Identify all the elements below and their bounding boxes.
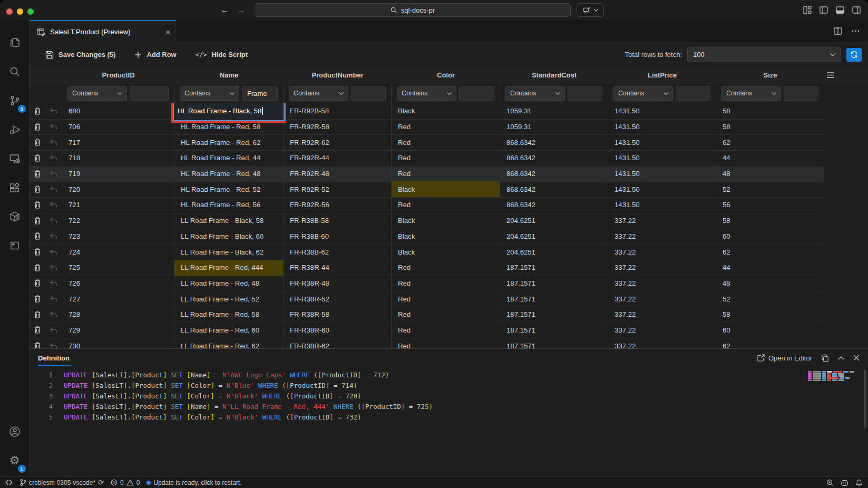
cell-productid[interactable]: 730 — [62, 338, 174, 348]
cell-productnumber[interactable]: FR-R92R-52 — [284, 181, 392, 198]
delete-row-button[interactable] — [30, 323, 45, 339]
remote-indicator[interactable] — [5, 479, 13, 486]
filter-operator-select-listprice[interactable]: Contains — [613, 86, 673, 101]
copilot-status-icon[interactable] — [841, 479, 849, 486]
column-header-size[interactable]: Size — [716, 66, 824, 84]
cell-listprice[interactable]: 1431.50 — [608, 197, 716, 213]
cell-size[interactable]: 44 — [716, 260, 824, 276]
vertical-scrollbar[interactable] — [864, 370, 866, 428]
cell-name[interactable]: LL Road Frame - Black, 58 — [174, 213, 284, 229]
column-header-productid[interactable]: ProductID — [62, 66, 174, 84]
split-editor-icon[interactable] — [834, 27, 842, 35]
cell-productid[interactable]: 724 — [62, 244, 174, 260]
cell-productnumber[interactable]: FR-R92R-58 — [284, 119, 392, 135]
cell-size[interactable]: 60 — [716, 323, 824, 339]
filter-operator-select-name[interactable]: Contains — [180, 86, 239, 101]
cell-color[interactable]: Red — [392, 166, 500, 182]
cell-productid[interactable]: 722 — [62, 213, 174, 229]
cell-productid[interactable]: 723 — [62, 229, 174, 245]
cell-standardcost[interactable]: 204.6251 — [500, 213, 608, 229]
cell-size[interactable]: 48 — [716, 276, 824, 292]
maximize-window-button[interactable] — [27, 8, 34, 15]
cell-color[interactable]: Red — [392, 307, 500, 323]
column-menu-icon[interactable] — [824, 66, 868, 84]
cell-productnumber[interactable]: FR-R92R-62 — [284, 134, 392, 151]
cell-name[interactable]: LL Road Frame - Red, 48 — [174, 276, 284, 292]
add-row-button[interactable]: Add Row — [134, 51, 176, 58]
cell-productid[interactable]: 721 — [62, 197, 174, 213]
toggle-panel-icon[interactable] — [836, 6, 844, 14]
close-panel-icon[interactable] — [853, 355, 860, 361]
cell-productnumber[interactable]: FR-R38B-62 — [284, 244, 392, 260]
cell-listprice[interactable]: 1431.50 — [608, 166, 716, 182]
revert-row-button[interactable] — [45, 213, 62, 229]
cell-size[interactable]: 52 — [716, 181, 824, 198]
cell-productid[interactable]: 680 — [62, 103, 174, 120]
cell-listprice[interactable]: 1431.50 — [608, 119, 716, 135]
delete-row-button[interactable] — [30, 166, 45, 182]
refresh-button[interactable] — [846, 48, 862, 62]
cell-productid[interactable]: 706 — [62, 119, 174, 135]
sql-line[interactable]: 1UPDATE [SalesLT].[Product] SET [Name] =… — [30, 370, 868, 380]
copilot-menu-button[interactable] — [577, 3, 604, 17]
chevron-up-icon[interactable] — [838, 356, 844, 360]
cell-name[interactable]: LL Road Frame - Red, 60 — [174, 323, 284, 339]
delete-row-button[interactable] — [30, 276, 45, 292]
cell-listprice[interactable]: 1431.50 — [608, 150, 716, 167]
delete-row-button[interactable] — [30, 291, 45, 307]
navigate-back-icon[interactable]: ← — [220, 5, 229, 15]
cell-color[interactable]: Black — [392, 244, 500, 260]
cell-standardcost[interactable]: 187.1571 — [500, 323, 608, 339]
search-view-icon[interactable] — [2, 58, 27, 85]
delete-row-button[interactable] — [30, 213, 45, 229]
revert-row-button[interactable] — [45, 260, 62, 276]
delete-row-button[interactable] — [30, 103, 45, 120]
cell-color[interactable]: Red — [392, 119, 500, 135]
delete-row-button[interactable] — [30, 244, 45, 260]
filter-value-input-color[interactable] — [459, 86, 494, 101]
copy-icon[interactable] — [821, 354, 829, 362]
update-ready-status[interactable]: Update is ready, click to restart. — [147, 479, 241, 486]
cell-standardcost[interactable]: 868.6342 — [500, 197, 608, 213]
more-actions-icon[interactable] — [852, 30, 860, 32]
explorer-icon[interactable] — [2, 30, 27, 56]
git-branch-status[interactable]: croblesm-0305-vscode* ⟳ — [19, 479, 104, 486]
cell-name[interactable]: LL Road Frame - Red, 62 — [174, 338, 284, 348]
cell-color[interactable]: Red — [392, 291, 500, 307]
cell-size[interactable]: 52 — [716, 291, 824, 307]
cell-size[interactable]: 60 — [716, 229, 824, 245]
filter-operator-select-productnumber[interactable]: Contains — [289, 86, 348, 101]
cell-listprice[interactable]: 1431.50 — [608, 103, 716, 120]
cell-listprice[interactable]: 1431.50 — [608, 181, 716, 198]
cell-listprice[interactable]: 337.22 — [608, 260, 716, 276]
cell-size[interactable]: 58 — [716, 213, 824, 229]
sql-line[interactable]: 5UPDATE [SalesLT].[Product] SET [Color] … — [30, 412, 868, 423]
cell-name[interactable]: HL Road Frame - Red, 56 — [174, 197, 284, 213]
revert-row-button[interactable] — [45, 150, 62, 167]
cell-standardcost[interactable]: 187.1571 — [500, 338, 608, 348]
cell-productid[interactable]: 728 — [62, 307, 174, 323]
delete-row-button[interactable] — [30, 260, 45, 276]
cell-standardcost[interactable]: 868.6342 — [500, 181, 608, 198]
filter-value-input-listprice[interactable] — [676, 86, 710, 101]
delete-row-button[interactable] — [30, 229, 45, 245]
cell-name[interactable]: LL Road Frame - Black, 60 — [174, 229, 284, 245]
cell-size[interactable]: 58 — [716, 103, 824, 120]
delete-row-button[interactable] — [30, 197, 45, 213]
cell-name[interactable]: HL Road Frame - Red, 62 — [174, 134, 284, 151]
cell-size[interactable]: 58 — [716, 307, 824, 323]
sql-line[interactable]: 4UPDATE [SalesLT].[Product] SET [Name] =… — [30, 402, 868, 412]
hide-script-button[interactable]: </> Hide Script — [196, 51, 248, 58]
cell-color[interactable]: Red — [392, 338, 500, 348]
cell-listprice[interactable]: 337.22 — [608, 338, 716, 348]
revert-row-button[interactable] — [45, 244, 62, 260]
cell-name[interactable]: LL Road Frame - Black, 62 — [174, 244, 284, 260]
cell-listprice[interactable]: 337.22 — [608, 213, 716, 229]
cell-color[interactable]: Black — [392, 181, 500, 198]
remote-explorer-icon[interactable] — [2, 145, 27, 172]
cell-size[interactable]: 62 — [716, 134, 824, 151]
sql-line[interactable]: 2UPDATE [SalesLT].[Product] SET [Color] … — [30, 380, 868, 391]
cell-standardcost[interactable]: 187.1571 — [500, 291, 608, 307]
cell-color[interactable]: Black — [392, 103, 500, 120]
filter-value-input-standardcost[interactable] — [568, 86, 602, 101]
